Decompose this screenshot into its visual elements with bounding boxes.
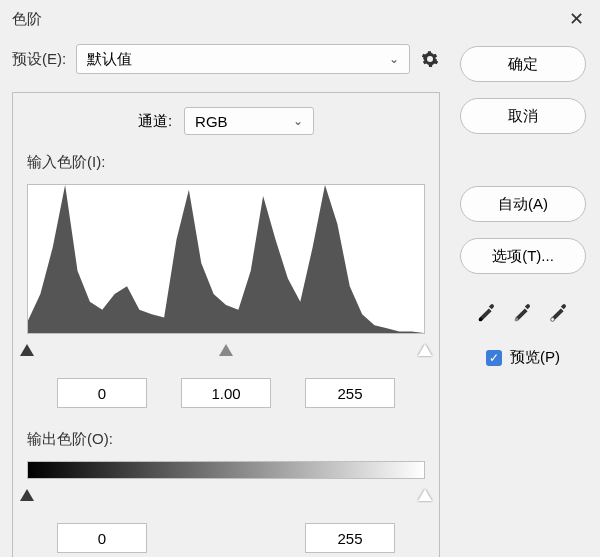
- preset-value: 默认值: [87, 50, 132, 69]
- cancel-button[interactable]: 取消: [460, 98, 586, 134]
- eyedropper-group: [474, 300, 572, 326]
- preset-dropdown[interactable]: 默认值 ⌄: [76, 44, 410, 74]
- gear-icon[interactable]: [420, 49, 440, 69]
- ok-button[interactable]: 确定: [460, 46, 586, 82]
- auto-button[interactable]: 自动(A): [460, 186, 586, 222]
- white-eyedropper-icon[interactable]: [546, 300, 572, 326]
- output-white-slider[interactable]: [418, 489, 432, 501]
- output-slider[interactable]: [27, 491, 425, 507]
- dialog-title: 色阶: [12, 10, 42, 29]
- channel-value: RGB: [195, 113, 228, 130]
- svg-point-2: [551, 318, 555, 322]
- gray-eyedropper-icon[interactable]: [510, 300, 536, 326]
- gamma-slider[interactable]: [219, 344, 233, 356]
- chevron-down-icon: ⌄: [389, 52, 399, 66]
- black-point-slider[interactable]: [20, 344, 34, 356]
- input-levels-label: 输入色阶(I):: [27, 153, 425, 172]
- preview-label: 预览(P): [510, 348, 560, 367]
- titlebar: 色阶 ✕: [0, 0, 600, 38]
- preset-label: 预设(E):: [12, 50, 66, 69]
- levels-panel: 通道: RGB ⌄ 输入色阶(I):: [12, 92, 440, 557]
- input-white-field[interactable]: [305, 378, 395, 408]
- svg-point-1: [515, 318, 519, 322]
- histogram: [27, 184, 425, 334]
- input-black-field[interactable]: [57, 378, 147, 408]
- output-white-field[interactable]: [305, 523, 395, 553]
- input-gamma-field[interactable]: [181, 378, 271, 408]
- input-slider[interactable]: [27, 346, 425, 362]
- preview-checkbox[interactable]: ✓: [486, 350, 502, 366]
- channel-dropdown[interactable]: RGB ⌄: [184, 107, 314, 135]
- options-button[interactable]: 选项(T)...: [460, 238, 586, 274]
- black-eyedropper-icon[interactable]: [474, 300, 500, 326]
- white-point-slider[interactable]: [418, 344, 432, 356]
- channel-label: 通道:: [138, 112, 172, 131]
- levels-dialog: 色阶 ✕ 预设(E): 默认值 ⌄ 通道: RGB ⌄: [0, 0, 600, 557]
- output-black-field[interactable]: [57, 523, 147, 553]
- output-black-slider[interactable]: [20, 489, 34, 501]
- close-icon[interactable]: ✕: [564, 8, 588, 30]
- output-gradient: [27, 461, 425, 479]
- svg-point-0: [479, 318, 483, 322]
- chevron-down-icon: ⌄: [293, 114, 303, 128]
- output-levels-label: 输出色阶(O):: [27, 430, 425, 449]
